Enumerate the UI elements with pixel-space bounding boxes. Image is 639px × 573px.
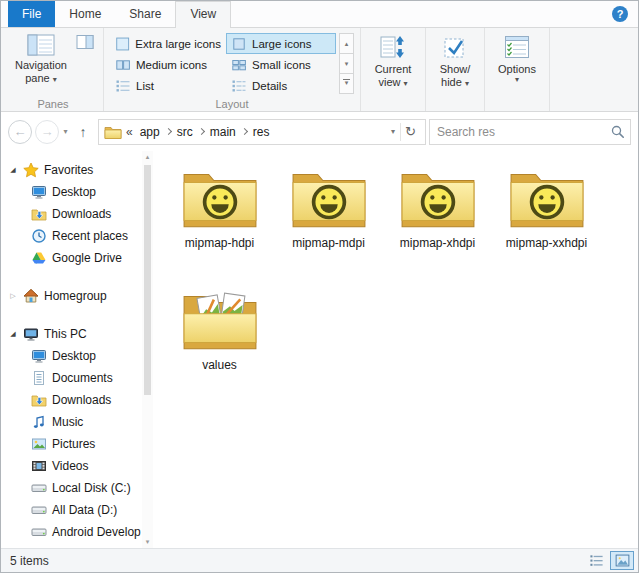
ribbon-group-panes: Navigation pane ▾ Panes [3, 28, 104, 111]
tab-view[interactable]: View [175, 1, 231, 28]
sidebar-item-downloads[interactable]: Downloads [1, 203, 142, 225]
sidebar-section-label: Favorites [44, 163, 93, 177]
sidebar-item-local-disk-c[interactable]: Local Disk (C:) [1, 477, 142, 499]
show-hide-button[interactable]: Show/ hide ▾ [432, 31, 478, 89]
layout-extra-large-icons[interactable]: Extra large icons [110, 33, 226, 54]
scroll-down-icon[interactable]: ▾ [146, 536, 150, 548]
sidebar-item-desktop[interactable]: Desktop [1, 181, 142, 203]
downloads-icon [31, 206, 47, 222]
search-input[interactable] [437, 125, 611, 139]
downloads-icon [31, 392, 47, 408]
recent-locations-dropdown[interactable]: ▾ [59, 127, 72, 136]
sidebar-scrollbar[interactable]: ▴ ▾ [142, 151, 153, 548]
scroll-up-icon[interactable]: ▴ [146, 151, 150, 163]
medium-icons-icon [115, 58, 131, 72]
chevron-down-icon: ▾ [465, 79, 469, 88]
breadcrumb-separator-icon[interactable] [165, 128, 172, 135]
gallery-scroll-down-icon[interactable]: ▾ [339, 53, 354, 74]
ribbon-tab-strip: File Home Share View ? [1, 1, 638, 28]
layout-details[interactable]: Details [226, 75, 336, 96]
expander-open-icon[interactable]: ◢ [8, 166, 18, 174]
homegroup-icon [23, 288, 39, 304]
address-dropdown-icon[interactable]: ▾ [386, 127, 400, 136]
breadcrumb-segment-src[interactable]: src [172, 125, 198, 139]
thumbnail-view-toggle[interactable] [610, 551, 634, 570]
panes-group-label: Panes [3, 98, 103, 110]
breadcrumb-separator-icon[interactable] [241, 128, 248, 135]
options-button[interactable]: Options ▾ [491, 31, 543, 84]
drive-icon [31, 502, 47, 518]
layout-medium-icons[interactable]: Medium icons [110, 54, 226, 75]
search-icon[interactable] [611, 125, 625, 139]
navigation-pane-button[interactable]: Navigation pane ▾ [9, 31, 73, 85]
sidebar-item-all-data-d[interactable]: All Data (D:) [1, 499, 142, 521]
gallery-scroll-up-icon[interactable]: ▴ [339, 33, 354, 54]
drive-icon [31, 524, 47, 540]
folder-values[interactable]: values [165, 279, 274, 401]
sidebar-item-pc-music[interactable]: Music [1, 411, 142, 433]
layout-small-icons[interactable]: Small icons [226, 54, 336, 75]
show-hide-icon [441, 33, 469, 61]
list-view-icon [115, 79, 131, 93]
this-pc-icon [23, 326, 39, 342]
options-icon [503, 33, 531, 61]
breadcrumb-segment-main[interactable]: main [205, 125, 241, 139]
details-view-toggle[interactable] [584, 551, 608, 570]
sidebar-item-google-drive[interactable]: Google Drive [1, 247, 142, 269]
small-icons-icon [231, 58, 247, 72]
google-drive-icon [31, 250, 47, 266]
layout-list[interactable]: List [110, 75, 226, 96]
expander-open-icon[interactable]: ◢ [8, 330, 18, 338]
help-icon[interactable]: ? [612, 6, 628, 22]
sidebar-section-favorites[interactable]: ◢ Favorites [1, 159, 142, 181]
ribbon-group-options: Options ▾ [485, 28, 550, 111]
sidebar-item-android-develop[interactable]: Android Develop [1, 521, 142, 543]
chevron-down-icon: ▾ [404, 79, 408, 88]
sidebar-section-this-pc[interactable]: ◢ This PC [1, 323, 142, 345]
ribbon: Navigation pane ▾ Panes Extra large icon… [1, 28, 638, 112]
tab-file[interactable]: File [8, 1, 55, 27]
folder-mipmap-mdpi[interactable]: mipmap-mdpi [274, 157, 383, 279]
breadcrumb-segment-app[interactable]: app [135, 125, 165, 139]
navigation-pane-icon [27, 33, 55, 57]
folder-mipmap-hdpi[interactable]: mipmap-hdpi [165, 157, 274, 279]
sidebar-item-pc-downloads[interactable]: Downloads [1, 389, 142, 411]
details-view-icon [231, 79, 247, 93]
address-folder-icon [104, 125, 122, 139]
desktop-icon [31, 348, 47, 364]
tab-share[interactable]: Share [115, 1, 175, 27]
up-button[interactable]: ↑ [72, 124, 94, 140]
chevron-down-icon: ▾ [53, 75, 57, 84]
sidebar-item-pc-videos[interactable]: Videos [1, 455, 142, 477]
refresh-icon[interactable]: ↻ [401, 124, 420, 139]
tab-home[interactable]: Home [55, 1, 115, 27]
navigation-pane-label-2: pane ▾ [25, 72, 57, 85]
favorites-star-icon [23, 162, 39, 178]
breadcrumb-separator-icon[interactable] [198, 128, 205, 135]
sidebar-item-pc-desktop[interactable]: Desktop [1, 345, 142, 367]
layout-large-icons[interactable]: Large icons [226, 33, 336, 54]
sidebar-section-homegroup[interactable]: ▷ Homegroup [1, 285, 142, 307]
navigation-pane: ◢ Favorites Desktop Downloads Recent pla… [1, 151, 153, 548]
address-row: ← → ▾ ↑ « app src main res ▾ ↻ [1, 112, 638, 151]
sidebar-item-pc-pictures[interactable]: Pictures [1, 433, 142, 455]
forward-button[interactable]: → [35, 120, 59, 144]
status-bar: 5 items [1, 548, 638, 572]
preview-pane-button[interactable] [73, 31, 97, 53]
breadcrumb-segment-res[interactable]: res [248, 125, 275, 139]
sidebar-item-recent-places[interactable]: Recent places [1, 225, 142, 247]
expander-closed-icon[interactable]: ▷ [8, 292, 18, 300]
folder-mipmap-xxhdpi[interactable]: mipmap-xxhdpi [492, 157, 601, 279]
scrollbar-thumb[interactable] [144, 165, 151, 395]
back-button[interactable]: ← [8, 120, 32, 144]
large-icons-icon [231, 37, 247, 51]
breadcrumb-overflow[interactable]: « [122, 125, 135, 139]
sidebar-item-pc-documents[interactable]: Documents [1, 367, 142, 389]
current-view-icon [379, 33, 407, 61]
desktop-icon [31, 184, 47, 200]
pictures-icon [31, 436, 47, 452]
folder-mipmap-xhdpi[interactable]: mipmap-xhdpi [383, 157, 492, 279]
gallery-more-icon[interactable]: ▾ [339, 73, 354, 94]
current-view-button[interactable]: Current view ▾ [367, 31, 419, 89]
address-bar[interactable]: « app src main res ▾ ↻ [98, 119, 426, 145]
